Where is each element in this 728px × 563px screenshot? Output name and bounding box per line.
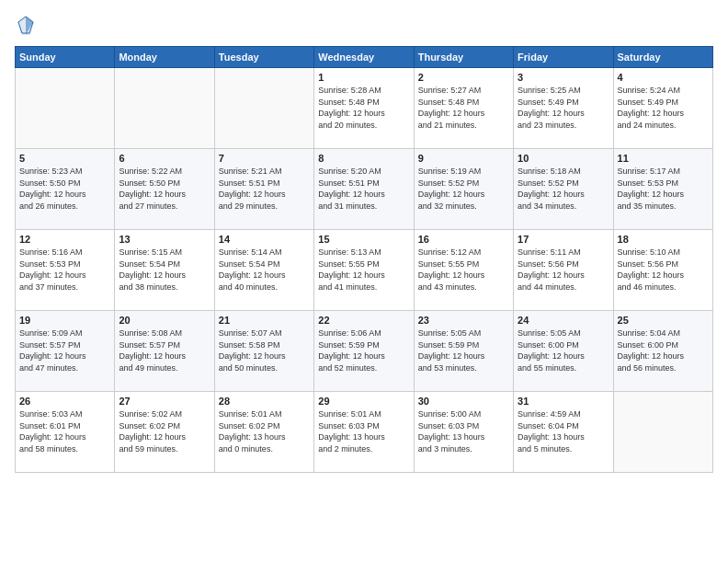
calendar-cell: 11Sunrise: 5:17 AM Sunset: 5:53 PM Dayli…	[613, 149, 712, 230]
day-number: 1	[318, 72, 409, 83]
calendar-cell: 15Sunrise: 5:13 AM Sunset: 5:55 PM Dayli…	[314, 230, 414, 311]
day-info: Sunrise: 5:21 AM Sunset: 5:51 PM Dayligh…	[219, 166, 310, 212]
day-info: Sunrise: 5:01 AM Sunset: 6:02 PM Dayligh…	[219, 408, 310, 454]
calendar-cell	[115, 68, 214, 149]
day-info: Sunrise: 5:10 AM Sunset: 5:56 PM Dayligh…	[618, 247, 709, 293]
day-number: 20	[119, 315, 210, 326]
calendar-day-header: Friday	[514, 47, 613, 68]
day-info: Sunrise: 5:28 AM Sunset: 5:48 PM Dayligh…	[318, 85, 409, 131]
day-number: 25	[618, 315, 709, 326]
day-number: 4	[618, 72, 709, 83]
day-number: 7	[219, 153, 310, 164]
day-number: 5	[19, 153, 110, 164]
calendar-week-row: 19Sunrise: 5:09 AM Sunset: 5:57 PM Dayli…	[16, 311, 713, 392]
calendar-day-header: Sunday	[16, 47, 115, 68]
day-info: Sunrise: 5:14 AM Sunset: 5:54 PM Dayligh…	[219, 247, 310, 293]
logo-icon	[17, 15, 35, 37]
calendar-table: SundayMondayTuesdayWednesdayThursdayFrid…	[15, 46, 713, 473]
day-number: 6	[119, 153, 210, 164]
calendar-header-row: SundayMondayTuesdayWednesdayThursdayFrid…	[16, 47, 713, 68]
day-info: Sunrise: 5:18 AM Sunset: 5:52 PM Dayligh…	[518, 166, 609, 212]
day-info: Sunrise: 5:05 AM Sunset: 5:59 PM Dayligh…	[418, 327, 509, 373]
calendar-cell: 20Sunrise: 5:08 AM Sunset: 5:57 PM Dayli…	[115, 311, 214, 392]
calendar-cell: 13Sunrise: 5:15 AM Sunset: 5:54 PM Dayli…	[115, 230, 214, 311]
calendar-day-header: Wednesday	[314, 47, 414, 68]
calendar-cell: 18Sunrise: 5:10 AM Sunset: 5:56 PM Dayli…	[613, 230, 712, 311]
calendar-day-header: Thursday	[414, 47, 513, 68]
calendar-week-row: 5Sunrise: 5:23 AM Sunset: 5:50 PM Daylig…	[16, 149, 713, 230]
calendar-cell: 23Sunrise: 5:05 AM Sunset: 5:59 PM Dayli…	[414, 311, 513, 392]
calendar-cell: 16Sunrise: 5:12 AM Sunset: 5:55 PM Dayli…	[414, 230, 513, 311]
calendar-cell: 3Sunrise: 5:25 AM Sunset: 5:49 PM Daylig…	[514, 68, 613, 149]
day-number: 11	[618, 153, 709, 164]
day-info: Sunrise: 5:12 AM Sunset: 5:55 PM Dayligh…	[418, 247, 509, 293]
day-number: 2	[418, 72, 509, 83]
calendar-cell: 31Sunrise: 4:59 AM Sunset: 6:04 PM Dayli…	[514, 392, 613, 473]
calendar-cell: 5Sunrise: 5:23 AM Sunset: 5:50 PM Daylig…	[16, 149, 115, 230]
calendar-cell: 17Sunrise: 5:11 AM Sunset: 5:56 PM Dayli…	[514, 230, 613, 311]
day-info: Sunrise: 5:01 AM Sunset: 6:03 PM Dayligh…	[318, 408, 409, 454]
day-info: Sunrise: 5:03 AM Sunset: 6:01 PM Dayligh…	[19, 408, 110, 454]
day-number: 27	[119, 396, 210, 407]
calendar-cell: 30Sunrise: 5:00 AM Sunset: 6:03 PM Dayli…	[414, 392, 513, 473]
calendar-cell	[214, 68, 313, 149]
day-number: 15	[318, 234, 409, 245]
calendar-cell: 24Sunrise: 5:05 AM Sunset: 6:00 PM Dayli…	[514, 311, 613, 392]
day-number: 18	[618, 234, 709, 245]
calendar-cell: 21Sunrise: 5:07 AM Sunset: 5:58 PM Dayli…	[214, 311, 313, 392]
day-info: Sunrise: 5:27 AM Sunset: 5:48 PM Dayligh…	[418, 85, 509, 131]
day-number: 10	[518, 153, 609, 164]
day-info: Sunrise: 5:15 AM Sunset: 5:54 PM Dayligh…	[119, 247, 210, 293]
day-info: Sunrise: 5:24 AM Sunset: 5:49 PM Dayligh…	[618, 85, 709, 131]
day-number: 31	[518, 396, 609, 407]
day-number: 9	[418, 153, 509, 164]
calendar-cell: 1Sunrise: 5:28 AM Sunset: 5:48 PM Daylig…	[314, 68, 414, 149]
calendar-day-header: Monday	[115, 47, 214, 68]
day-info: Sunrise: 4:59 AM Sunset: 6:04 PM Dayligh…	[518, 408, 609, 454]
calendar-day-header: Saturday	[613, 47, 712, 68]
day-number: 21	[219, 315, 310, 326]
day-number: 23	[418, 315, 509, 326]
calendar-cell: 7Sunrise: 5:21 AM Sunset: 5:51 PM Daylig…	[214, 149, 313, 230]
calendar-cell: 6Sunrise: 5:22 AM Sunset: 5:50 PM Daylig…	[115, 149, 214, 230]
calendar-cell: 4Sunrise: 5:24 AM Sunset: 5:49 PM Daylig…	[613, 68, 712, 149]
day-number: 8	[318, 153, 409, 164]
day-info: Sunrise: 5:25 AM Sunset: 5:49 PM Dayligh…	[518, 85, 609, 131]
day-number: 28	[219, 396, 310, 407]
day-number: 12	[19, 234, 110, 245]
day-number: 24	[518, 315, 609, 326]
day-info: Sunrise: 5:19 AM Sunset: 5:52 PM Dayligh…	[418, 166, 509, 212]
calendar-cell: 29Sunrise: 5:01 AM Sunset: 6:03 PM Dayli…	[314, 392, 414, 473]
page-header	[15, 15, 713, 37]
calendar-week-row: 1Sunrise: 5:28 AM Sunset: 5:48 PM Daylig…	[16, 68, 713, 149]
day-number: 3	[518, 72, 609, 83]
day-number: 26	[19, 396, 110, 407]
calendar-day-header: Tuesday	[214, 47, 313, 68]
day-number: 22	[318, 315, 409, 326]
calendar-cell: 12Sunrise: 5:16 AM Sunset: 5:53 PM Dayli…	[16, 230, 115, 311]
calendar-cell: 27Sunrise: 5:02 AM Sunset: 6:02 PM Dayli…	[115, 392, 214, 473]
day-number: 30	[418, 396, 509, 407]
day-number: 29	[318, 396, 409, 407]
day-number: 13	[119, 234, 210, 245]
calendar-week-row: 26Sunrise: 5:03 AM Sunset: 6:01 PM Dayli…	[16, 392, 713, 473]
calendar-cell: 22Sunrise: 5:06 AM Sunset: 5:59 PM Dayli…	[314, 311, 414, 392]
day-info: Sunrise: 5:11 AM Sunset: 5:56 PM Dayligh…	[518, 247, 609, 293]
calendar-cell: 9Sunrise: 5:19 AM Sunset: 5:52 PM Daylig…	[414, 149, 513, 230]
day-info: Sunrise: 5:07 AM Sunset: 5:58 PM Dayligh…	[219, 327, 310, 373]
calendar-cell: 28Sunrise: 5:01 AM Sunset: 6:02 PM Dayli…	[214, 392, 313, 473]
day-number: 14	[219, 234, 310, 245]
calendar-cell: 14Sunrise: 5:14 AM Sunset: 5:54 PM Dayli…	[214, 230, 313, 311]
calendar-cell: 25Sunrise: 5:04 AM Sunset: 6:00 PM Dayli…	[613, 311, 712, 392]
day-info: Sunrise: 5:23 AM Sunset: 5:50 PM Dayligh…	[19, 166, 110, 212]
day-number: 17	[518, 234, 609, 245]
day-info: Sunrise: 5:20 AM Sunset: 5:51 PM Dayligh…	[318, 166, 409, 212]
logo	[15, 15, 39, 37]
day-info: Sunrise: 5:05 AM Sunset: 6:00 PM Dayligh…	[518, 327, 609, 373]
day-info: Sunrise: 5:13 AM Sunset: 5:55 PM Dayligh…	[318, 247, 409, 293]
calendar-week-row: 12Sunrise: 5:16 AM Sunset: 5:53 PM Dayli…	[16, 230, 713, 311]
day-info: Sunrise: 5:17 AM Sunset: 5:53 PM Dayligh…	[618, 166, 709, 212]
calendar-cell: 19Sunrise: 5:09 AM Sunset: 5:57 PM Dayli…	[16, 311, 115, 392]
day-info: Sunrise: 5:00 AM Sunset: 6:03 PM Dayligh…	[418, 408, 509, 454]
day-number: 16	[418, 234, 509, 245]
